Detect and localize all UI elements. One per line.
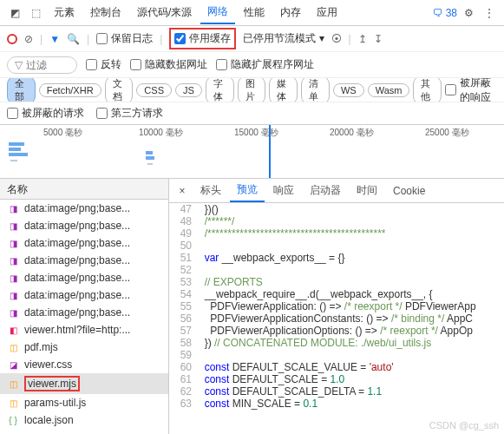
type-font[interactable]: 字体 [206, 78, 234, 102]
device-icon[interactable]: ⬚ [26, 3, 45, 23]
tab-timing[interactable]: 时间 [350, 180, 384, 201]
clear-icon[interactable]: ⊘ [24, 33, 33, 45]
code-line: 54 __webpack_require__.d(__webpack_expor… [169, 288, 504, 300]
close-icon[interactable]: × [173, 185, 192, 197]
code-preview[interactable]: 47 })()48 /******/49 /******************… [169, 203, 504, 434]
file-name: data:image/png;base... [24, 289, 130, 301]
request-row[interactable]: { }locale.json [0, 411, 168, 429]
file-name: pdf.mjs [24, 341, 58, 353]
type-other[interactable]: 其他 [413, 78, 442, 102]
tab-network[interactable]: 网络 [200, 1, 235, 24]
hide-ext-urls-checkbox[interactable]: 隐藏扩展程序网址 [216, 57, 314, 72]
file-name: params-util.js [24, 397, 86, 409]
tab-sources[interactable]: 源代码/来源 [130, 2, 199, 23]
type-fetch[interactable]: Fetch/XHR [39, 83, 101, 97]
request-row[interactable]: ◫viewer.mjs [0, 373, 168, 394]
timeline-bar [147, 163, 153, 165]
request-row[interactable]: ◨data:image/png;base... [0, 200, 168, 217]
tab-console[interactable]: 控制台 [83, 2, 128, 23]
request-row[interactable]: ◨data:image/png;base... [0, 252, 168, 269]
type-media[interactable]: 媒体 [269, 78, 298, 102]
extra-filter-row: 被屏蔽的请求 第三方请求 [0, 102, 504, 125]
filter-input[interactable] [26, 59, 69, 71]
third-party-checkbox[interactable]: 第三方请求 [96, 106, 163, 121]
request-row[interactable]: ◨data:image/png;base... [0, 234, 168, 252]
type-css[interactable]: CSS [136, 83, 172, 97]
filter-icon[interactable]: ▼ [49, 33, 60, 45]
inspect-icon[interactable]: ◩ [5, 3, 24, 23]
tab-application[interactable]: 应用 [310, 2, 344, 23]
file-name: data:image/png;base... [24, 237, 130, 249]
code-line: 57 PDFViewerApplicationOptions: () => /*… [169, 325, 504, 337]
request-row[interactable]: ◨data:image/png;base... [0, 286, 168, 304]
tab-performance[interactable]: 性能 [237, 2, 272, 23]
timeline-bar [146, 156, 154, 160]
more-icon[interactable]: ⋮ [480, 3, 499, 23]
type-doc[interactable]: 文档 [105, 78, 134, 102]
request-row[interactable]: ◫params-util.js [0, 394, 168, 411]
tab-elements[interactable]: 元素 [47, 2, 82, 23]
messages-badge[interactable]: 🗨 38 [433, 7, 457, 19]
throttle-select[interactable]: 已停用节流模式 ▾ [243, 31, 324, 46]
file-name: viewer.css [24, 358, 72, 371]
timeline-bar [146, 151, 153, 155]
file-type-icon: ◨ [7, 289, 19, 301]
name-column-header[interactable]: 名称 [0, 179, 168, 200]
tab-response[interactable]: 响应 [266, 180, 301, 201]
code-line: 63 const MIN_SCALE = 0.1 [169, 398, 504, 410]
file-type-icon: ◫ [7, 397, 19, 409]
resource-type-row: 全部 Fetch/XHR 文档 CSS JS 字体 图片 媒体 清单 WS Wa… [0, 78, 504, 102]
tab-initiator[interactable]: 启动器 [303, 180, 348, 201]
blocked-req-checkbox[interactable]: 被屏蔽的请求 [7, 106, 84, 121]
request-row[interactable]: ◪viewer.css [0, 356, 168, 373]
type-manifest[interactable]: 清单 [301, 78, 330, 102]
tick: 20000 毫秒 [330, 127, 374, 139]
request-row[interactable]: ◨data:image/png;base... [0, 304, 168, 321]
filter-input-wrap: ▽ [7, 56, 77, 74]
settings-icon[interactable]: ⚙ [459, 3, 478, 23]
record-icon[interactable] [7, 34, 17, 44]
code-line: 52 [169, 264, 504, 276]
code-line: 53 // EXPORTS [169, 276, 504, 288]
tab-cookies[interactable]: Cookie [386, 181, 432, 201]
disable-cache-highlight: 停用缓存 [169, 28, 236, 49]
upload-icon[interactable]: ↥ [358, 33, 367, 45]
type-ws[interactable]: WS [333, 83, 364, 97]
request-row[interactable]: ◫pdf.mjs [0, 339, 168, 356]
timeline-overview[interactable]: 5000 毫秒 10000 毫秒 15000 毫秒 20000 毫秒 25000… [0, 125, 504, 179]
type-js[interactable]: JS [175, 83, 202, 97]
hide-data-urls-checkbox[interactable]: 隐藏数据网址 [130, 57, 207, 72]
disable-cache-checkbox[interactable]: 停用缓存 [174, 31, 231, 46]
code-line: 50 [169, 240, 504, 252]
code-line: 62 const DEFAULT_SCALE_DELTA = 1.1 [169, 385, 504, 398]
tick: 5000 毫秒 [43, 127, 82, 139]
request-row[interactable]: ◨data:image/png;base... [0, 217, 168, 234]
tick: 25000 毫秒 [425, 127, 469, 139]
invert-checkbox[interactable]: 反转 [86, 57, 121, 72]
download-icon[interactable]: ↧ [374, 33, 383, 45]
type-img[interactable]: 图片 [238, 78, 266, 102]
file-name: viewer.mjs [24, 376, 80, 391]
timeline-bar [10, 160, 17, 161]
tab-headers[interactable]: 标头 [193, 180, 228, 201]
funnel-icon: ▽ [15, 59, 23, 71]
tick: 10000 毫秒 [139, 127, 183, 139]
file-type-icon: ◨ [7, 202, 19, 214]
type-wasm[interactable]: Wasm [368, 83, 410, 97]
file-type-icon: ◫ [7, 378, 19, 390]
request-list[interactable]: ◨data:image/png;base...◨data:image/png;b… [0, 200, 168, 434]
tab-memory[interactable]: 内存 [273, 2, 308, 23]
request-list-pane: 名称 ◨data:image/png;base...◨data:image/pn… [0, 179, 169, 434]
tab-preview[interactable]: 预览 [230, 179, 265, 202]
wifi-icon[interactable]: ⦿ [331, 33, 342, 45]
type-all[interactable]: 全部 [7, 78, 36, 102]
file-name: data:image/png;base... [24, 306, 130, 319]
timeline-cursor [269, 125, 271, 178]
search-icon[interactable]: 🔍 [67, 33, 80, 45]
request-row[interactable]: ◨data:image/png;base... [0, 269, 168, 286]
request-row[interactable]: ◧viewer.html?file=http:... [0, 321, 168, 339]
file-type-icon: ◨ [7, 272, 19, 284]
blocked-resp-checkbox[interactable]: 被屏蔽的响应 [445, 78, 497, 102]
main-split: 名称 ◨data:image/png;base...◨data:image/pn… [0, 179, 504, 434]
preserve-log-checkbox[interactable]: 保留日志 [96, 31, 153, 46]
